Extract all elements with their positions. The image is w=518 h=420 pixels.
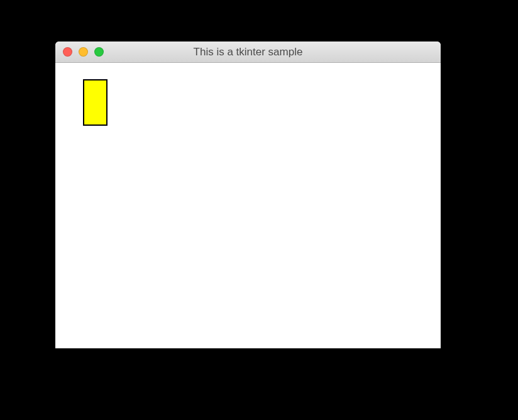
- canvas-rectangle: [83, 79, 107, 126]
- window-content-area: [55, 63, 441, 348]
- close-icon[interactable]: [63, 47, 72, 57]
- traffic-lights: [63, 47, 104, 57]
- application-window: This is a tkinter sample: [55, 41, 441, 348]
- window-title: This is a tkinter sample: [55, 46, 441, 58]
- minimize-icon[interactable]: [79, 47, 88, 57]
- zoom-icon[interactable]: [94, 47, 104, 57]
- window-titlebar[interactable]: This is a tkinter sample: [55, 41, 441, 63]
